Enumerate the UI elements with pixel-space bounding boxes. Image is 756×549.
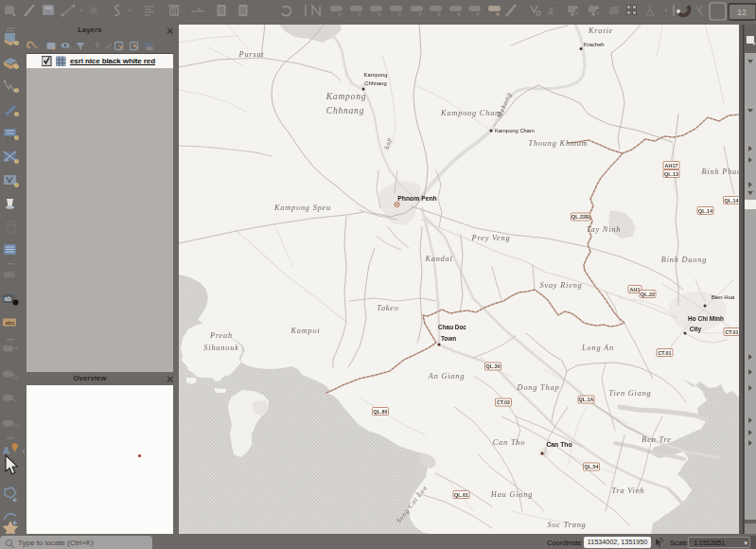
svg-text:QL.22: QL.22 [641, 292, 655, 297]
svg-text:Tien Giang: Tien Giang [608, 389, 651, 398]
svg-text:Kampong: Kampong [325, 92, 367, 101]
svg-text:Kracheh: Kracheh [584, 42, 605, 47]
svg-text:Preah: Preah [209, 331, 233, 340]
svg-text:Prey Veng: Prey Veng [471, 234, 511, 242]
svg-text:QL.13: QL.13 [664, 171, 678, 177]
svg-text:AH17: AH17 [665, 163, 678, 168]
svg-text:Kampong: Kampong [364, 72, 388, 78]
svg-text:Kampot: Kampot [290, 327, 320, 335]
svg-text:QL.61: QL.61 [454, 492, 468, 498]
svg-text:Town: Town [441, 335, 456, 342]
svg-text:Pursat: Pursat [238, 50, 265, 59]
svg-text:QL.30: QL.30 [486, 363, 501, 369]
svg-text:Binh Duong: Binh Duong [661, 256, 707, 264]
svg-text:Svay Rieng: Svay Rieng [539, 281, 582, 290]
svg-text:Ho Chi Minh: Ho Chi Minh [688, 315, 724, 322]
svg-text:Soc Trang: Soc Trang [547, 521, 586, 529]
svg-text:Chau Doc: Chau Doc [438, 324, 466, 330]
svg-text:Tay Ninh: Tay Ninh [587, 225, 621, 234]
svg-text:Sihanouk: Sihanouk [203, 344, 238, 352]
svg-text:Binh Phuoc: Binh Phuoc [702, 168, 739, 176]
svg-text:abc: abc [6, 320, 16, 326]
svg-text:12: 12 [737, 8, 747, 17]
svg-text:Bien Hoa: Bien Hoa [712, 294, 735, 300]
svg-text:CT.01: CT.01 [658, 350, 671, 356]
svg-text:Kampong Cham: Kampong Cham [440, 109, 501, 117]
svg-text:Kratie: Kratie [588, 27, 613, 35]
svg-text:Can Tho: Can Tho [493, 438, 525, 447]
svg-text:Hau Giang: Hau Giang [490, 490, 533, 499]
svg-text:Ben Tre: Ben Tre [642, 435, 671, 444]
svg-text:Kampong Speu: Kampong Speu [273, 204, 331, 212]
svg-text:QL.1A: QL.1A [579, 397, 594, 402]
svg-text:Dong Thap: Dong Thap [517, 383, 560, 392]
svg-text:AH1: AH1 [630, 287, 641, 292]
svg-text:An Giang: An Giang [428, 372, 465, 381]
svg-text:Kampong Cham: Kampong Cham [495, 128, 535, 133]
svg-text:Takeo: Takeo [377, 304, 399, 312]
svg-text:Kandal: Kandal [424, 255, 452, 263]
svg-text:ab: ab [5, 295, 12, 302]
svg-text:QL.22B: QL.22B [571, 214, 589, 220]
svg-text:QL.14: QL.14 [725, 198, 739, 204]
svg-text:QL.80: QL.80 [374, 409, 388, 415]
svg-text:CT.02: CT.02 [497, 399, 510, 405]
svg-text:QL.54: QL.54 [585, 464, 599, 469]
svg-text:Phnom Penh: Phnom Penh [397, 195, 437, 202]
svg-text:QL.14: QL.14 [698, 208, 712, 214]
svg-text:Tra Vinh: Tra Vinh [611, 487, 644, 495]
svg-text:City: City [690, 326, 702, 333]
svg-text:Chhnang: Chhnang [326, 106, 364, 115]
svg-text:Can Tho: Can Tho [546, 441, 571, 448]
svg-text:Long An: Long An [581, 344, 614, 352]
svg-text:Chhnang: Chhnang [364, 80, 387, 86]
svg-text:Thoung Khmum: Thoung Khmum [529, 139, 589, 148]
svg-text:CT.01: CT.01 [725, 329, 738, 335]
